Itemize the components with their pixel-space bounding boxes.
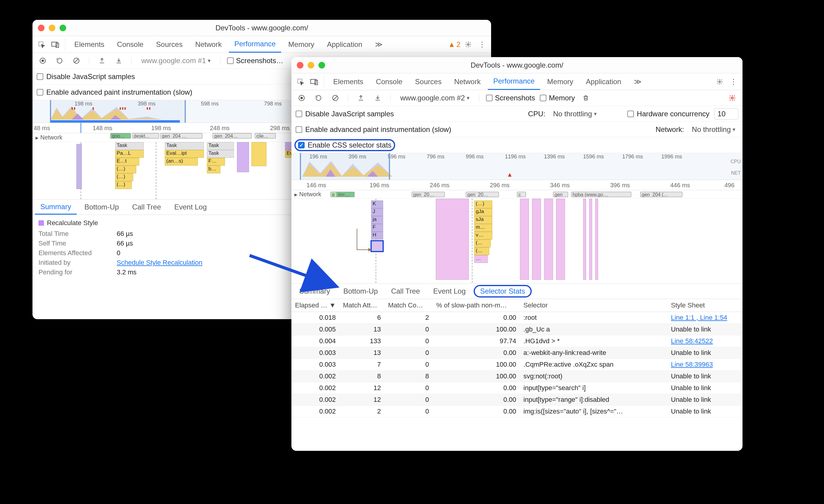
recording-selector[interactable]: www.google.com #1 [138,55,213,66]
table-row[interactable]: 0.00288100.00svg:not(:root)Unable to lin… [291,371,742,382]
settings-icon[interactable] [462,38,474,50]
subtab-calltree[interactable]: Call Tree [127,200,166,215]
tab-performance[interactable]: Performance [488,73,540,90]
tab-console[interactable]: Console [371,73,408,90]
table-row[interactable]: 0.00370100.00.CqmPRe:active .oXqZxc span… [291,359,742,371]
table-row[interactable]: 0.018620.00:rootLine 1:1 , Line 1:54 [291,312,742,324]
reload-record-icon[interactable] [312,92,324,104]
traffic-lights[interactable] [297,62,325,69]
capture-settings-icon[interactable] [726,92,738,104]
flamechart[interactable]: ▸Network e .com m=… gen_20… gen_20… c ge… [291,190,742,283]
network-track-label[interactable]: Network [299,191,321,198]
titlebar[interactable]: DevTools - www.google.com/ [32,20,491,36]
cpu-throttle-select[interactable]: No throttling [550,109,599,119]
time-ruler[interactable]: 146 ms 196 ms 246 ms 296 ms 346 ms 396 m… [291,180,742,190]
subtab-summary[interactable]: Summary [294,284,336,299]
network-label: Network: [655,125,684,134]
more-tabs-icon[interactable]: ≫ [628,73,647,90]
reload-record-icon[interactable] [54,55,66,67]
tab-console[interactable]: Console [112,36,149,52]
overview-selection[interactable] [50,100,186,123]
table-row[interactable]: 0.004133097.74.HG1dvd > *Line 58:42522 [291,336,742,347]
col-elapsed[interactable]: Elapsed … ▼ [291,299,339,312]
trash-icon[interactable] [580,92,592,104]
tab-performance[interactable]: Performance [229,36,281,52]
subtab-calltree[interactable]: Call Tree [386,284,425,299]
download-icon[interactable] [113,55,125,67]
warnings-badge[interactable]: ▲2 [448,40,460,49]
tab-memory[interactable]: Memory [283,36,320,52]
paint-instrument-checkbox[interactable]: Enable advanced paint instrumentation (s… [296,125,451,134]
traffic-lights[interactable] [38,25,66,31]
tab-network[interactable]: Network [190,36,227,52]
tab-sources[interactable]: Sources [151,36,188,52]
zoom-icon[interactable] [60,25,66,31]
clear-icon[interactable] [329,92,341,104]
col-match-count[interactable]: Match Co… [385,299,433,312]
download-icon[interactable] [372,92,384,104]
col-slowpath[interactable]: % of slow-path non-m… [433,299,520,312]
subtab-selector-stats[interactable]: Selector Stats [475,287,530,295]
stylesheet-link[interactable]: Line 58:39963 [671,361,713,368]
table-row[interactable]: 0.005130100.00.gb_Uc aUnable to link [291,324,742,336]
tab-memory[interactable]: Memory [542,73,579,90]
device-toggle-icon[interactable] [308,76,320,88]
enable-css-selector-stats-checkbox[interactable]: Enable CSS selector stats [298,141,392,149]
inspect-icon[interactable] [35,38,47,50]
close-icon[interactable] [297,62,303,69]
inspect-icon[interactable] [294,76,306,88]
close-icon[interactable] [38,25,44,31]
device-toggle-icon[interactable] [49,38,61,50]
screenshots-checkbox[interactable]: Screenshots [486,94,535,102]
window-title: DevTools - www.google.com/ [291,61,742,70]
tab-elements[interactable]: Elements [328,73,369,90]
paint-instrument-checkbox[interactable]: Enable advanced paint instrumentation (s… [37,88,193,97]
settings-icon[interactable] [714,76,726,88]
record-icon[interactable] [296,92,308,104]
stylesheet-link[interactable]: Line 58:42522 [671,337,713,345]
table-row[interactable]: 0.0021200.00input[type="search" i]Unable… [291,382,742,394]
more-tabs-icon[interactable]: ≫ [370,36,388,52]
kebab-menu-icon[interactable]: ⋮ [476,38,488,50]
hw-concurrency-input[interactable]: 10 [714,108,738,120]
col-match-attempts[interactable]: Match Att… [339,299,385,312]
subtab-eventlog[interactable]: Event Log [169,200,212,215]
tab-elements[interactable]: Elements [69,36,110,52]
minimize-icon[interactable] [49,25,55,31]
col-selector[interactable]: Selector [520,299,667,312]
network-throttle-select[interactable]: No throttling [689,124,738,135]
minimize-icon[interactable] [308,62,314,69]
stylesheet-link[interactable]: Line 1:1 , Line 1:54 [671,314,727,321]
subtab-bottomup[interactable]: Bottom-Up [79,200,124,215]
memory-checkbox[interactable]: Memory [540,94,575,102]
table-row[interactable]: 0.0021200.00input[type="range" i]:disabl… [291,394,742,406]
table-row[interactable]: 0.002200.00img:is([sizes="auto" i], [siz… [291,406,742,417]
initiated-by-link[interactable]: Schedule Style Recalculation [117,259,202,267]
tab-application[interactable]: Application [321,36,368,52]
table-row[interactable]: 0.0031300.00a:-webkit-any-link:read-writ… [291,347,742,359]
subtab-bottomup[interactable]: Bottom-Up [338,284,384,299]
network-track-label[interactable]: Network [40,134,62,141]
disable-js-checkbox[interactable]: Disable JavaScript samples [37,73,135,81]
col-stylesheet[interactable]: Style Sheet [667,299,742,312]
recording-selector[interactable]: www.google.com #2 [397,93,473,103]
tab-application[interactable]: Application [581,73,626,90]
tab-network[interactable]: Network [449,73,486,90]
timeline-overview[interactable]: 196 ms 396 ms 596 ms 796 ms 996 ms 1196 … [291,153,742,180]
record-icon[interactable] [37,55,49,67]
tab-sources[interactable]: Sources [410,73,447,90]
upload-icon[interactable] [355,92,367,104]
upload-icon[interactable] [96,55,108,67]
subtab-summary[interactable]: Summary [35,200,77,215]
titlebar[interactable]: DevTools - www.google.com/ [291,57,742,73]
zoom-icon[interactable] [318,62,325,69]
disable-js-checkbox[interactable]: Disable JavaScript samples [296,110,394,118]
screenshots-checkbox[interactable]: Screenshots… [227,56,283,65]
window-title: DevTools - www.google.com/ [32,24,491,32]
clear-icon[interactable] [70,55,82,67]
hw-concurrency-checkbox[interactable]: Hardware concurrency [627,110,709,118]
kebab-menu-icon[interactable]: ⋮ [727,76,739,88]
selector-stats-table: Elapsed … ▼ Match Att… Match Co… % of sl… [291,299,742,417]
subtab-eventlog[interactable]: Event Log [428,284,471,299]
overview-selection[interactable] [300,153,390,180]
